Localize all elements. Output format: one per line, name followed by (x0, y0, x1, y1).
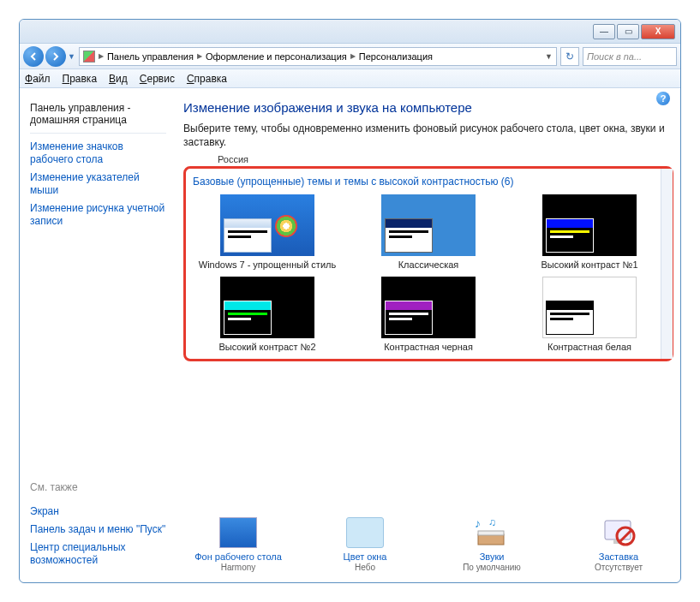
option-screensaver[interactable]: Заставка Отсутствует (567, 517, 670, 572)
forward-button[interactable] (45, 46, 66, 67)
option-label: Заставка (599, 551, 638, 562)
breadcrumb[interactable]: ▶ Панель управления ▶ Оформление и персо… (79, 47, 557, 66)
sidebar-link-taskbar[interactable]: Панель задач и меню "Пуск" (30, 523, 166, 536)
option-sub: Небо (355, 563, 375, 572)
theme-label: Высокий контраст №1 (541, 259, 637, 270)
menu-edit[interactable]: Правка (63, 73, 98, 85)
theme-contrast-white[interactable]: Контрастная белая (515, 277, 664, 352)
option-label: Фон рабочего стола (194, 551, 282, 562)
breadcrumb-item[interactable]: Оформление и персонализация (206, 51, 347, 62)
option-sub: Harmony (221, 563, 256, 572)
highlighted-section: Базовые (упрощенные) темы и темы с высок… (183, 166, 673, 361)
theme-label: Классическая (398, 259, 459, 270)
titlebar: — ▭ X (20, 20, 680, 44)
address-bar: ▼ ▶ Панель управления ▶ Оформление и пер… (20, 44, 680, 69)
menu-file[interactable]: Файл (25, 73, 51, 85)
option-sounds[interactable]: ♪ ♫ Звуки По умолчанию (440, 517, 543, 572)
control-panel-icon (83, 51, 95, 63)
help-icon[interactable]: ? (656, 92, 670, 105)
scrollbar[interactable] (661, 169, 673, 359)
maximize-button[interactable]: ▭ (617, 24, 639, 39)
chevron-right-icon: ▶ (350, 52, 356, 60)
sounds-icon: ♪ ♫ (473, 517, 511, 548)
desktop-background-icon (219, 517, 257, 548)
breadcrumb-item[interactable]: Персонализация (359, 51, 433, 62)
chevron-right-icon: ▶ (197, 52, 202, 60)
sidebar-link-mouse-pointers[interactable]: Изменение указателей мыши (30, 171, 166, 197)
back-button[interactable] (23, 46, 44, 67)
sidebar-link-account-picture[interactable]: Изменение рисунка учетной записи (30, 202, 166, 228)
theme-high-contrast-2[interactable]: Высокий контраст №2 (193, 277, 342, 352)
bottom-options: Фон рабочего стола Harmony Цвет окна Неб… (183, 509, 673, 575)
themes-scroll-area: Россия Базовые (упрощенные) темы и темы … (183, 154, 673, 509)
option-window-color[interactable]: Цвет окна Небо (314, 517, 416, 572)
dropdown-icon[interactable]: ▼ (545, 52, 553, 61)
nav-buttons: ▼ (23, 46, 75, 67)
sidebar: Панель управления - домашняя страница Из… (20, 88, 176, 582)
theme-label-russia: Россия (218, 154, 673, 164)
theme-contrast-black[interactable]: Контрастная черная (354, 277, 503, 352)
option-desktop-background[interactable]: Фон рабочего стола Harmony (187, 517, 290, 572)
sidebar-see-also-heading: См. также (25, 481, 171, 493)
option-sub: По умолчанию (463, 563, 521, 572)
refresh-button[interactable]: ↻ (560, 47, 579, 66)
window-color-icon (346, 517, 384, 548)
sidebar-link-desktop-icons[interactable]: Изменение значков рабочего стола (30, 140, 166, 166)
theme-label: Высокий контраст №2 (218, 342, 315, 352)
svg-rect-3 (478, 531, 504, 535)
sidebar-link-ease-of-access[interactable]: Центр специальных возможностей (30, 541, 166, 567)
minimize-button[interactable]: — (593, 24, 615, 39)
search-input[interactable]: Поиск в па... (583, 47, 677, 66)
menu-service[interactable]: Сервис (140, 73, 175, 85)
window-body: Панель управления - домашняя страница Из… (20, 88, 680, 582)
chevron-right-icon: ▶ (99, 52, 104, 60)
svg-text:♪: ♪ (475, 517, 481, 530)
screensaver-icon (600, 517, 637, 548)
option-label: Цвет окна (344, 551, 387, 562)
page-title: Изменение изображения и звука на компьют… (183, 100, 673, 115)
option-label: Звуки (480, 551, 505, 562)
theme-label: Контрастная черная (384, 342, 473, 352)
page-description: Выберите тему, чтобы одновременно измени… (183, 122, 673, 149)
theme-high-contrast-1[interactable]: Высокий контраст №1 (515, 194, 664, 270)
sidebar-home[interactable]: Панель управления - домашняя страница (30, 102, 166, 126)
theme-grid: Windows 7 - упрощенный стиль Классическа (193, 194, 664, 352)
theme-label: Windows 7 - упрощенный стиль (199, 259, 336, 270)
menubar: Файл Правка Вид Сервис Справка (20, 69, 680, 88)
theme-classic[interactable]: Классическая (354, 194, 503, 270)
menu-view[interactable]: Вид (109, 73, 128, 85)
window-frame: — ▭ X ▼ ▶ Панель управления ▶ Оформление… (19, 19, 681, 583)
option-sub: Отсутствует (595, 563, 643, 572)
theme-label: Контрастная белая (547, 342, 631, 352)
menu-help[interactable]: Справка (187, 73, 227, 85)
sidebar-link-display[interactable]: Экран (30, 505, 166, 518)
chevron-down-icon[interactable]: ▼ (68, 52, 75, 61)
svg-text:♫: ♫ (488, 517, 496, 528)
svg-rect-2 (478, 534, 504, 545)
search-placeholder: Поиск в па... (587, 51, 642, 62)
content-area: ? Изменение изображения и звука на компь… (176, 88, 680, 582)
breadcrumb-item[interactable]: Панель управления (107, 51, 194, 62)
close-button[interactable]: X (641, 24, 675, 39)
theme-windows7-basic[interactable]: Windows 7 - упрощенный стиль (193, 194, 342, 270)
section-title-basic-themes: Базовые (упрощенные) темы и темы с высок… (193, 176, 664, 188)
